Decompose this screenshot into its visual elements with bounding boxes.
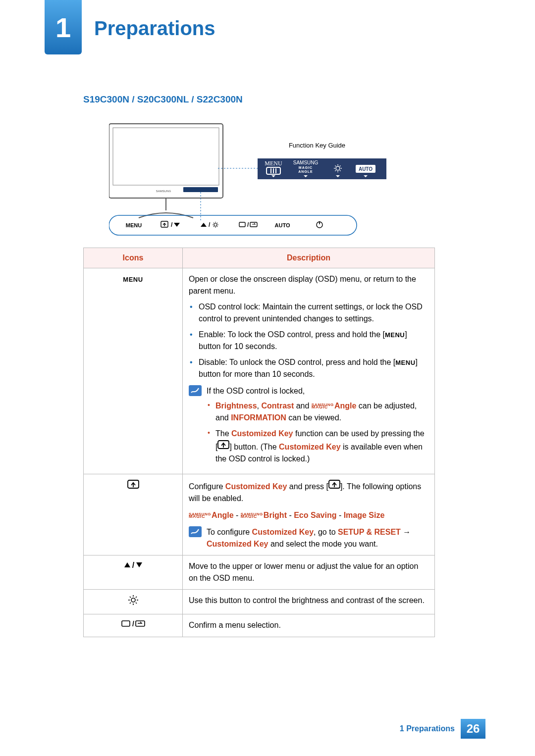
note-icon xyxy=(189,526,202,537)
model-identifier-heading: S19C300N / S20C300NL / S22C300N xyxy=(83,94,243,105)
svg-text:/: / xyxy=(247,221,249,228)
table-header-description: Description xyxy=(183,248,435,268)
svg-line-63 xyxy=(130,603,131,604)
svg-line-62 xyxy=(136,603,137,604)
brightness-icon xyxy=(128,595,139,605)
table-row: Use this button to control the brightnes… xyxy=(84,590,435,614)
svg-marker-55 xyxy=(136,562,142,567)
desc-cell-brightness: Use this button to control the brightnes… xyxy=(183,590,435,614)
box-up-icon xyxy=(328,482,340,491)
footer-chapter-ref: 1 Preparations xyxy=(400,724,455,733)
icon-cell-menu: MENU xyxy=(84,268,183,474)
osd-menu-label: MENU xyxy=(265,160,282,167)
desc-cell-up-down: Move to the upper or lower menu or adjus… xyxy=(183,555,435,590)
svg-line-17 xyxy=(335,166,336,167)
table-row: MENU Open or close the onscreen display … xyxy=(84,268,435,474)
svg-line-39 xyxy=(217,223,217,223)
svg-marker-28 xyxy=(174,223,180,227)
svg-line-64 xyxy=(136,597,137,598)
bar-custom-down-icon: / xyxy=(161,221,180,228)
svg-line-37 xyxy=(217,226,217,227)
svg-rect-65 xyxy=(122,621,130,626)
icon-cell-brightness xyxy=(84,590,183,614)
svg-text:/: / xyxy=(171,221,173,228)
svg-rect-0 xyxy=(109,124,223,198)
chapter-number-tab: 1 xyxy=(45,0,82,54)
table-header-icons: Icons xyxy=(84,248,183,268)
svg-point-31 xyxy=(214,223,217,226)
icon-cell-custom-key xyxy=(84,474,183,555)
bar-up-brightness-icon: / xyxy=(201,221,218,228)
up-down-icon: / xyxy=(123,560,143,569)
svg-line-20 xyxy=(340,166,341,167)
svg-rect-52 xyxy=(189,526,202,537)
desc-cell-enter: Confirm a menu selection. xyxy=(183,614,435,637)
desc-cell-menu: Open or close the onscreen display (OSD)… xyxy=(183,268,435,474)
svg-point-56 xyxy=(131,598,135,602)
svg-marker-53 xyxy=(124,562,130,567)
table-row: / Confirm a menu selection. xyxy=(84,614,435,637)
svg-line-19 xyxy=(335,170,336,171)
svg-line-38 xyxy=(214,226,214,227)
box-up-icon xyxy=(127,482,139,491)
svg-line-36 xyxy=(214,223,214,223)
icon-cell-up-down: / xyxy=(84,555,183,590)
osd-angle-label: ANGLE xyxy=(298,170,313,173)
bar-auto-label: AUTO xyxy=(275,222,290,228)
function-key-figure: SAMSUNG Function Key Guide MENU SAMSUNG … xyxy=(109,119,406,245)
bar-power-icon xyxy=(317,221,322,228)
bar-menu-label: MENU xyxy=(126,222,142,228)
svg-rect-2 xyxy=(183,187,218,192)
monitor-brand-label: SAMSUNG xyxy=(156,190,171,193)
button-description-table: Icons Description MENU Open or close the… xyxy=(83,248,435,637)
icon-cell-enter: / xyxy=(84,614,183,637)
svg-rect-1 xyxy=(113,128,219,185)
svg-text:/: / xyxy=(209,221,211,228)
bar-enter-icon: / xyxy=(239,221,257,228)
function-key-guide-label: Function Key Guide xyxy=(289,142,345,149)
osd-samsung-label: SAMSUNG xyxy=(293,160,319,165)
svg-line-18 xyxy=(340,170,341,171)
footer-page-number: 26 xyxy=(461,719,485,739)
svg-line-61 xyxy=(130,597,131,598)
box-up-icon xyxy=(217,443,229,451)
table-row: / Move to the upper or lower menu or adj… xyxy=(84,555,435,590)
page-footer: 1 Preparations 26 xyxy=(400,719,485,739)
enter-source-icon: / xyxy=(121,619,146,628)
svg-rect-40 xyxy=(239,222,245,227)
chapter-title: Preparations xyxy=(94,17,215,40)
svg-rect-24 xyxy=(109,215,357,235)
osd-magic-label: MAGIC xyxy=(299,166,313,169)
svg-text:/: / xyxy=(132,620,134,628)
desc-cell-custom-key: Configure Customized Key and press []. T… xyxy=(183,474,435,555)
svg-text:/: / xyxy=(132,561,134,569)
svg-marker-29 xyxy=(201,223,207,227)
osd-auto-label: AUTO xyxy=(359,166,373,172)
note-icon xyxy=(189,385,202,396)
svg-rect-45 xyxy=(189,385,202,396)
table-row: Configure Customized Key and press []. T… xyxy=(84,474,435,555)
monitor-bezel-buttons xyxy=(183,187,218,192)
